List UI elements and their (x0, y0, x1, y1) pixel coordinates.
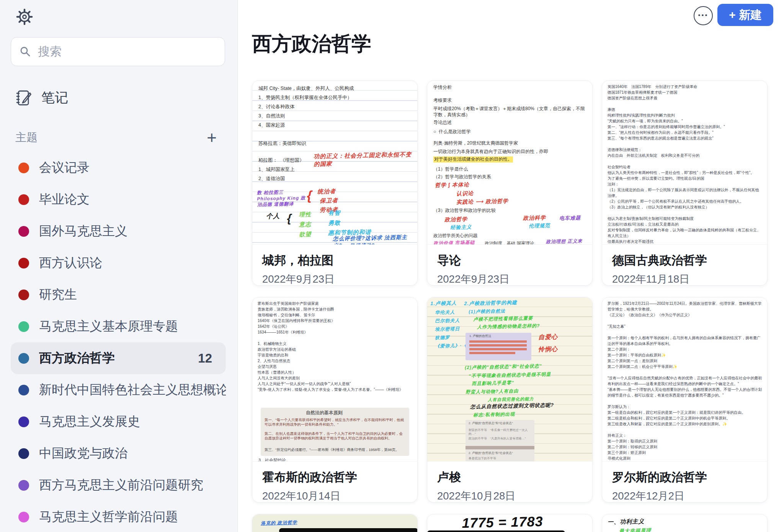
sidebar-item-topic[interactable]: 马克思主义基本原理专题 (11, 311, 226, 342)
sidebar-item-topic[interactable]: 研究生 (11, 279, 226, 311)
sidebar-item-topic[interactable]: 新时代中国特色社会主义思想概论 (11, 374, 226, 406)
note-meta: 罗尔斯的政治哲学 2022年12月2日 (602, 462, 767, 503)
note-card[interactable]: 1.卢梭其人华伦夫人巴尔勃夫人埃尔密塔日狄德罗《爱弥儿》·《论不平等》2.卢梭政… (427, 297, 593, 503)
sidebar-item-topic[interactable]: 马克思主义哲学前沿问题 (11, 501, 226, 532)
sidebar-item-topic-selected[interactable]: 西方政治哲学12 (11, 342, 226, 374)
thumb-item: (1)卢梭的自然法 (469, 308, 505, 315)
thumb-item: 洛克的 政治哲学 (261, 520, 297, 527)
more-options-button[interactable]: ••• (694, 6, 713, 25)
thumb-item: “不平等现象在自然状态中是很不明显 (469, 371, 551, 379)
note-meta: 城邦，柏拉图 2022年9月23日 (252, 245, 417, 286)
thumb-item: 政治的不平等 “凡是所有的人皆有资格…” (469, 437, 531, 441)
topic-color-dot (18, 258, 29, 268)
topic-color-dot (18, 480, 29, 491)
thumb-item: 一切政治行为本身就具有趋向于正确知识的目的性，亦即 (433, 149, 548, 155)
notes-grid: 城邦 City- State，由奴隶、外邦人、公民构成1、赞扬民主制（权利掌握在… (252, 80, 784, 532)
sidebar-item-topic[interactable]: 毕业论文 (11, 184, 226, 215)
note-thumbnail: 1.卢梭其人华伦夫人巴尔勃夫人埃尔密塔日狄德罗《爱弥儿》·《论不平等》2.卢梭政… (427, 298, 592, 462)
note-date: 2022年10月14日 (262, 489, 407, 503)
sidebar-item-topic[interactable]: 马克思主义发展史 (11, 406, 226, 438)
topic-color-dot (18, 448, 29, 459)
topic-color-dot (18, 194, 29, 205)
thumb-item: 财富的不平等 “冬瓜像一样只要吃过一次人肉…” (469, 428, 531, 436)
note-meta: 导论 2022年9月23日 (427, 245, 592, 286)
note-card[interactable]: 霍布斯出生于英国南部中产阶级家庭 贵族老师，游历欧洲各国，陪伴卡文迪什伯爵 做培… (252, 297, 418, 503)
note-card[interactable]: 洛克的 政治哲学 (252, 514, 418, 532)
thumb-item: (2)卢梭的“自然状态”和“社会状态” (465, 363, 542, 371)
thumb-item: 2、讨论各种政体 (258, 104, 294, 110)
topic-color-dot (18, 385, 29, 395)
thumb-item: { (287, 211, 292, 226)
thumb-item: 人作为情感的动物是怎样的? (477, 323, 540, 330)
thumb-item: 学情分析 (433, 85, 452, 91)
topic-color-dot (18, 163, 29, 173)
topic-list: 会议记录 毕业论文 国外马克思主义 西方认识论 研究生 马克思主义基本原理专题 … (0, 152, 237, 532)
thumb-item: （2）哲学与政治哲学的关系 (433, 174, 491, 180)
note-meta: 霍布斯的政治哲学 2022年10月14日 (252, 462, 417, 503)
note-title: 罗尔斯的政治哲学 (612, 469, 757, 485)
ellipsis-icon: ••• (698, 11, 709, 19)
sidebar-item-topic[interactable]: 国外马克思主义 (11, 215, 226, 247)
note-card[interactable]: 1775 = 1783 (427, 514, 593, 532)
note-title: 城邦，柏拉图 (262, 252, 407, 268)
sidebar-item-notes[interactable]: 笔记 (15, 89, 68, 107)
new-note-button[interactable]: + 新建 (717, 4, 773, 26)
gear-icon (16, 8, 33, 26)
thumb-item: 标志:私有制的出现 (473, 412, 515, 418)
note-date: 2022年11月18日 (612, 272, 757, 286)
thumb-item: 而且影响几乎是零” (472, 380, 514, 387)
thumb-item: 城邦 City- State，由奴隶、外邦人、公民构成 (258, 85, 354, 91)
search-input[interactable] (37, 44, 216, 59)
topic-color-dot (18, 512, 29, 522)
thumb-item: ○ 什么是政治哲学 (433, 129, 471, 135)
thumb-item: 3、社会契约论 (258, 457, 286, 462)
thumb-item: 2、道德治国 (258, 176, 285, 182)
thumb-item: 经验主义 (450, 224, 472, 231)
thumb-item: 统治者 (317, 187, 336, 195)
thumb-item: 2.卢梭政治哲学的构建 (464, 299, 517, 307)
note-thumbnail: 罗尔斯，1921年2月21日——2002年11月24日。美国政治哲学家、伦理学家… (602, 298, 767, 462)
thumb-item: 英国1640年 法国1789年 分别进行了资产阶级革命 德国1871年铁血宰相俾… (608, 84, 763, 245)
thumb-item: 个人 (266, 212, 280, 221)
sidebar-item-topic[interactable]: 西方认识论 (11, 247, 226, 279)
note-card[interactable]: 一、功利主义最大幸福原理 (602, 514, 768, 532)
topic-color-dot (18, 226, 29, 237)
note-card[interactable]: 英国1640年 法国1789年 分别进行了资产阶级革命 德国1871年铁血宰相俾… (602, 80, 768, 286)
sidebar-item-topic[interactable]: 西方马克思主义前沿问题研究 (11, 469, 226, 501)
thumb-item (469, 340, 527, 343)
thumb-item: 怎么从自然状态过渡到文明状态呢? (470, 402, 554, 410)
thumb-item (469, 348, 527, 350)
thumb-item (469, 344, 527, 347)
thumb-item: 对于美好生活或健全的社会的目的性。 (433, 156, 513, 163)
thumb-item: 政治制度，基础 国家理论 (485, 241, 534, 245)
thumb-item: 自爱心 (538, 333, 558, 342)
thumb-item: 1、赞扬民主制（权利掌握在全体公民手中） (258, 94, 352, 101)
search-box[interactable] (11, 37, 225, 66)
thumb-item: 苏格拉底：美德即知识 (258, 140, 306, 146)
thumb-item: 卢梭不把理性看得那么重要 (473, 316, 533, 323)
thumb-item: 政治价值 市场基础 (433, 240, 475, 245)
search-icon (20, 46, 31, 57)
thumb-item: 阶级流动? (350, 242, 375, 245)
note-title: 霍布斯的政治哲学 (262, 469, 407, 485)
thumb-item: 数 柏拉图三 Philosophy King 政治品德 道德翻译 (257, 189, 307, 208)
thumb-item: 理性 (299, 210, 311, 218)
add-topic-button[interactable]: + (207, 131, 222, 145)
thumb-item (466, 446, 534, 449)
thumb-item: 导论总述 (433, 120, 452, 126)
notebook-pen-icon (15, 89, 33, 107)
sidebar-item-topic[interactable]: 中国政党与政治 (11, 438, 226, 469)
settings-button[interactable] (15, 7, 34, 27)
note-card[interactable]: 城邦 City- State，由奴隶、外邦人、公民构成1、赞扬民主制（权利掌握在… (252, 80, 418, 286)
note-card[interactable]: 学情分析考核要求平时成绩20%（考勤＋课堂发言）＋期末成绩80%（文章，自己探索… (427, 80, 593, 286)
thumb-item: 第一、“每一个人只要有获得和平的希望时，就应当力求和平，在不能得到和平时，他就可… (265, 418, 405, 427)
app-window: 笔记 主题 + 会议记录 毕业论文 国外马克思主义 西方认识论 研究生 马克思主… (0, 0, 784, 532)
note-card[interactable]: 罗尔斯，1921年2月21日——2002年11月24日。美国政治哲学家、伦理学家… (602, 297, 768, 503)
thumb-item: 平时成绩20%（考勤＋课堂发言）＋期末成绩80%（文章，自己探索，不限字数，真情… (433, 106, 586, 118)
thumb-item: 考核要求 (433, 98, 452, 104)
main-content: ••• + 新建 西方政治哲学 城邦 City- State，由奴隶、外邦人、公… (238, 0, 784, 532)
thumb-item: 欲望 (299, 230, 311, 238)
thumb-item: 罗尔斯，1921年2月21日——2002年11月24日。美国政治哲学家、伦理学家… (608, 301, 763, 462)
note-title: 卢梭 (437, 469, 582, 485)
sidebar-item-topic[interactable]: 会议记录 (11, 152, 226, 184)
